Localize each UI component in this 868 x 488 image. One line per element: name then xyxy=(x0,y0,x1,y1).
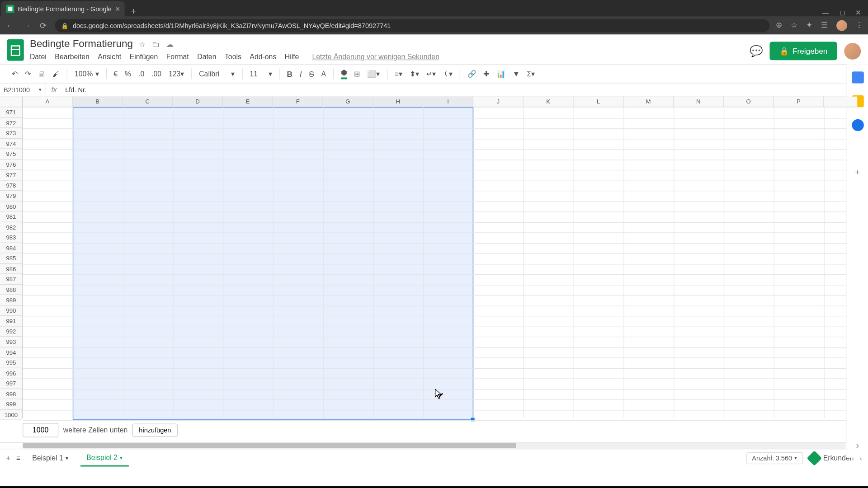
undo-icon[interactable]: ↶ xyxy=(12,70,18,78)
new-tab-button[interactable]: + xyxy=(125,6,142,17)
row-header[interactable]: 972 xyxy=(0,117,22,128)
column-header[interactable]: H xyxy=(373,97,424,107)
redo-icon[interactable]: ↷ xyxy=(25,70,31,78)
v-align-button[interactable]: ⬍▾ xyxy=(410,70,419,78)
row-header[interactable]: 997 xyxy=(0,378,22,389)
column-header[interactable]: K xyxy=(524,97,574,107)
row-header[interactable]: 977 xyxy=(0,170,22,180)
name-box[interactable]: B2:I1000 ▾ xyxy=(0,84,45,96)
column-header[interactable]: C xyxy=(123,97,173,107)
star-icon[interactable]: ☆ xyxy=(791,20,798,31)
document-title[interactable]: Bedingte Formatierung xyxy=(30,38,133,50)
forward-icon[interactable]: → xyxy=(21,21,32,30)
share-button[interactable]: 🔒 Freigeben xyxy=(770,42,837,60)
row-header[interactable]: 992 xyxy=(0,326,22,337)
row-header[interactable]: 974 xyxy=(0,139,22,149)
back-icon[interactable]: ← xyxy=(5,21,16,30)
column-header[interactable]: L xyxy=(574,97,624,107)
row-header[interactable]: 976 xyxy=(0,160,22,170)
menu-edit[interactable]: Bearbeiten xyxy=(55,51,90,62)
row-header[interactable]: 988 xyxy=(0,285,22,295)
row-header[interactable]: 998 xyxy=(0,389,22,399)
menu-file[interactable]: Datei xyxy=(30,51,47,62)
row-header[interactable]: 971 xyxy=(0,107,22,117)
row-header[interactable]: 995 xyxy=(0,357,22,368)
reading-list-icon[interactable]: ☰ xyxy=(821,20,828,31)
row-header[interactable]: 986 xyxy=(0,264,22,274)
maximize-icon[interactable]: ◻ xyxy=(840,9,845,17)
wrap-button[interactable]: ↵▾ xyxy=(426,70,436,78)
last-edit-link[interactable]: Letzte Änderung vor wenigen Sekunden xyxy=(312,51,439,62)
row-header[interactable]: 982 xyxy=(0,222,22,232)
number-format-select[interactable]: 123▾ xyxy=(169,70,184,78)
row-header[interactable]: 989 xyxy=(0,295,22,305)
collapse-panel-icon[interactable]: › xyxy=(856,440,859,450)
sheet-tab-beispiel-1[interactable]: Beispiel 1 ▾ xyxy=(26,450,75,465)
horizontal-scrollbar[interactable] xyxy=(23,443,845,449)
font-select[interactable]: Calibri▾ xyxy=(199,70,235,78)
column-header[interactable]: B xyxy=(73,97,123,107)
minimize-icon[interactable]: — xyxy=(822,9,829,17)
menu-icon[interactable]: ⋮ xyxy=(855,20,863,31)
rotate-button[interactable]: ⤹▾ xyxy=(443,70,453,78)
increase-decimal-button[interactable]: .00 xyxy=(151,70,161,78)
add-rows-button[interactable]: hinzufügen xyxy=(132,424,178,437)
column-header[interactable]: D xyxy=(173,97,223,107)
row-header[interactable]: 993 xyxy=(0,337,22,347)
select-all-corner[interactable] xyxy=(0,97,23,108)
font-size-select[interactable]: 11▾ xyxy=(250,70,272,78)
row-header[interactable]: 978 xyxy=(0,180,22,191)
column-header[interactable]: P xyxy=(774,97,824,107)
all-sheets-icon[interactable]: ≡ xyxy=(16,454,20,462)
row-header[interactable]: 996 xyxy=(0,368,22,378)
text-color-button[interactable]: A xyxy=(321,70,326,78)
menu-format[interactable]: Format xyxy=(166,51,189,62)
merge-cells-button[interactable]: ⬜▾ xyxy=(367,70,380,78)
calendar-icon[interactable] xyxy=(852,71,863,83)
row-header[interactable]: 991 xyxy=(0,316,22,326)
sheets-logo-icon[interactable] xyxy=(7,39,24,61)
comments-icon[interactable]: 💬 xyxy=(750,44,763,57)
close-tab-icon[interactable]: × xyxy=(115,4,120,14)
menu-tools[interactable]: Tools xyxy=(225,51,241,62)
profile-avatar-icon[interactable] xyxy=(836,20,847,31)
column-header[interactable]: F xyxy=(273,97,323,107)
add-rows-input[interactable] xyxy=(23,423,58,437)
column-header[interactable]: J xyxy=(473,97,524,107)
column-header[interactable]: M xyxy=(623,97,674,107)
scrollbar-thumb[interactable] xyxy=(23,443,516,448)
menu-view[interactable]: Ansicht xyxy=(98,51,121,62)
decrease-decimal-button[interactable]: .0 xyxy=(138,70,144,78)
zoom-icon[interactable]: ⊕ xyxy=(776,20,783,31)
column-header[interactable]: G xyxy=(323,97,373,107)
sheet-tab-beispiel-2[interactable]: Beispiel 2 ▾ xyxy=(80,450,129,466)
add-sheet-icon[interactable]: + xyxy=(6,454,10,462)
italic-button[interactable]: I xyxy=(300,70,302,79)
account-avatar-icon[interactable] xyxy=(844,42,861,59)
menu-data[interactable]: Daten xyxy=(197,51,216,62)
borders-button[interactable]: ⊞ xyxy=(354,70,360,78)
move-doc-icon[interactable]: 🗀 xyxy=(152,40,160,49)
h-align-button[interactable]: ≡▾ xyxy=(395,70,402,78)
bold-button[interactable]: B xyxy=(287,70,292,79)
row-header[interactable]: 999 xyxy=(0,399,22,410)
selection-handle[interactable] xyxy=(471,418,475,421)
menu-help[interactable]: Hilfe xyxy=(285,51,299,62)
row-header[interactable]: 983 xyxy=(0,232,22,243)
menu-addons[interactable]: Add-ons xyxy=(250,51,276,62)
currency-button[interactable]: € xyxy=(113,70,118,78)
link-icon[interactable]: 🔗 xyxy=(467,70,476,78)
column-header[interactable]: I xyxy=(423,97,473,107)
menu-insert[interactable]: Einfügen xyxy=(130,51,158,62)
column-header[interactable]: O xyxy=(724,97,774,107)
reload-icon[interactable]: ⟳ xyxy=(38,21,49,30)
strikethrough-button[interactable]: S xyxy=(309,70,314,79)
column-header[interactable]: A xyxy=(23,97,73,107)
column-header[interactable]: E xyxy=(223,97,273,107)
row-header[interactable]: 973 xyxy=(0,128,22,139)
row-header[interactable]: 1000 xyxy=(0,410,22,420)
row-header[interactable]: 990 xyxy=(0,305,22,316)
row-header[interactable]: 981 xyxy=(0,211,22,222)
tasks-icon[interactable] xyxy=(852,119,863,131)
row-header[interactable]: 980 xyxy=(0,201,22,211)
